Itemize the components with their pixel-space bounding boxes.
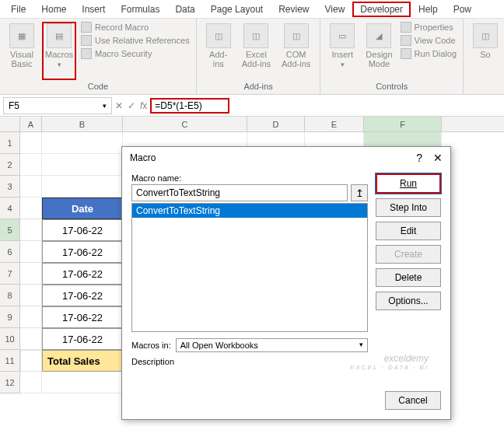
macro-list-item[interactable]: ConvertToTextString bbox=[132, 204, 367, 218]
cell[interactable] bbox=[20, 176, 42, 198]
cell[interactable] bbox=[20, 241, 42, 263]
macro-name-input[interactable] bbox=[131, 184, 348, 201]
cell[interactable] bbox=[20, 350, 42, 372]
row-header-2[interactable]: 2 bbox=[0, 154, 20, 176]
col-header-a[interactable]: A bbox=[20, 117, 42, 131]
tab-view[interactable]: View bbox=[317, 2, 353, 17]
row-header-3[interactable]: 3 bbox=[0, 176, 20, 198]
row-header-9[interactable]: 9 bbox=[0, 306, 20, 328]
delete-button[interactable]: Delete bbox=[376, 268, 441, 287]
cell[interactable] bbox=[20, 372, 42, 393]
cell-date[interactable]: 17-06-22 bbox=[42, 219, 123, 241]
row-header-11[interactable]: 11 bbox=[0, 350, 20, 372]
tab-help[interactable]: Help bbox=[411, 2, 446, 17]
header-date[interactable]: Date bbox=[42, 198, 123, 219]
formula-input[interactable] bbox=[155, 100, 225, 111]
macro-security-button[interactable]: Macro Security bbox=[81, 48, 190, 59]
cell[interactable] bbox=[20, 154, 42, 176]
col-header-f[interactable]: F bbox=[364, 117, 442, 131]
cell[interactable] bbox=[42, 372, 123, 393]
row-header-1[interactable]: 1 bbox=[0, 132, 20, 154]
macros-in-select[interactable]: All Open Workbooks▾ bbox=[176, 338, 368, 352]
tab-review[interactable]: Review bbox=[271, 2, 317, 17]
tab-formulas[interactable]: Formulas bbox=[113, 2, 167, 17]
cell-date[interactable]: 17-06-22 bbox=[42, 285, 123, 306]
cancel-button[interactable]: Cancel bbox=[385, 391, 441, 410]
group-code: ▦ Visual Basic ▤ Macros ▾ Record Macro U… bbox=[0, 19, 197, 94]
design-mode-label: Design Mode bbox=[366, 50, 392, 68]
close-icon[interactable]: ✕ bbox=[433, 152, 443, 164]
tab-developer[interactable]: Developer bbox=[352, 2, 411, 17]
run-button[interactable]: Run bbox=[376, 173, 441, 194]
row-header-8[interactable]: 8 bbox=[0, 285, 20, 306]
create-button[interactable]: Create bbox=[376, 245, 441, 264]
cancel-icon[interactable]: ✕ bbox=[115, 100, 123, 111]
cell[interactable] bbox=[20, 198, 42, 219]
cell-date[interactable]: 17-06-22 bbox=[42, 328, 123, 350]
view-code-label: View Code bbox=[415, 36, 456, 45]
col-header-b[interactable]: B bbox=[42, 117, 123, 131]
chevron-down-icon[interactable]: ▾ bbox=[103, 102, 107, 110]
dialog-titlebar[interactable]: Macro ? ✕ bbox=[122, 147, 450, 169]
cell[interactable] bbox=[42, 154, 123, 176]
help-icon[interactable]: ? bbox=[416, 152, 422, 164]
view-code-button[interactable]: View Code bbox=[401, 35, 457, 46]
relative-refs-button[interactable]: Use Relative References bbox=[81, 35, 190, 46]
tab-file[interactable]: File bbox=[3, 2, 33, 17]
edit-button[interactable]: Edit bbox=[376, 222, 441, 240]
row-header-5[interactable]: 5 bbox=[0, 219, 20, 241]
excel-addins-button[interactable]: ◫Excel Add-ins bbox=[239, 22, 274, 80]
fx-icon[interactable]: fx bbox=[140, 100, 147, 111]
cell[interactable] bbox=[20, 306, 42, 328]
row-header-12[interactable]: 12 bbox=[0, 372, 20, 393]
com-addins-button[interactable]: ◫COM Add-ins bbox=[278, 22, 313, 80]
cell[interactable] bbox=[20, 132, 42, 154]
cell[interactable] bbox=[20, 328, 42, 350]
macro-name-collapse-button[interactable]: ↥ bbox=[351, 184, 368, 201]
col-header-e[interactable]: E bbox=[305, 117, 364, 131]
col-header-c[interactable]: C bbox=[123, 117, 247, 131]
select-all[interactable] bbox=[0, 117, 20, 131]
so-icon: ◫ bbox=[473, 23, 498, 48]
row-header-6[interactable]: 6 bbox=[0, 241, 20, 263]
row-headers: 1 2 3 4 5 6 7 8 9 10 11 12 bbox=[0, 132, 20, 393]
col-header-d[interactable]: D bbox=[247, 117, 305, 131]
visual-basic-button[interactable]: ▦ Visual Basic bbox=[6, 22, 37, 80]
macro-list[interactable]: ConvertToTextString bbox=[131, 203, 368, 332]
insert-control-label: Insert bbox=[332, 50, 354, 59]
tab-pow[interactable]: Pow bbox=[446, 2, 479, 17]
options-button[interactable]: Options... bbox=[376, 292, 441, 310]
cell[interactable] bbox=[42, 176, 123, 198]
relative-refs-label: Use Relative References bbox=[95, 36, 190, 45]
cell-date[interactable]: 17-06-22 bbox=[42, 306, 123, 328]
record-macro-button[interactable]: Record Macro bbox=[81, 22, 190, 33]
name-box[interactable]: F5▾ bbox=[3, 97, 112, 114]
group-code-label: Code bbox=[6, 80, 190, 93]
properties-button[interactable]: Properties bbox=[401, 22, 457, 33]
tab-data[interactable]: Data bbox=[167, 2, 202, 17]
ribbon: ▦ Visual Basic ▤ Macros ▾ Record Macro U… bbox=[0, 19, 504, 95]
so-button[interactable]: ◫So bbox=[470, 22, 501, 93]
tab-home[interactable]: Home bbox=[33, 2, 74, 17]
run-dialog-button[interactable]: Run Dialog bbox=[401, 48, 457, 59]
accept-icon[interactable]: ✓ bbox=[128, 100, 135, 111]
addins-button[interactable]: ◫Add- ins bbox=[203, 22, 234, 80]
properties-label: Properties bbox=[415, 23, 453, 32]
design-mode-button[interactable]: ◢Design Mode bbox=[362, 22, 395, 80]
step-into-button[interactable]: Step Into bbox=[376, 198, 441, 217]
row-header-10[interactable]: 10 bbox=[0, 328, 20, 350]
insert-control-button[interactable]: ▭Insert▾ bbox=[327, 22, 358, 80]
cell-total-label[interactable]: Total Sales bbox=[42, 350, 123, 372]
cell[interactable] bbox=[42, 132, 123, 154]
tab-page-layout[interactable]: Page Layout bbox=[203, 2, 271, 17]
tab-insert[interactable]: Insert bbox=[74, 2, 113, 17]
cell-date[interactable]: 17-06-22 bbox=[42, 241, 123, 263]
row-header-7[interactable]: 7 bbox=[0, 263, 20, 285]
cell[interactable] bbox=[20, 263, 42, 285]
macros-button[interactable]: ▤ Macros ▾ bbox=[42, 22, 76, 80]
warning-icon bbox=[81, 48, 92, 59]
cell[interactable] bbox=[20, 285, 42, 306]
cell[interactable] bbox=[20, 219, 42, 241]
cell-date[interactable]: 17-06-22 bbox=[42, 263, 123, 285]
row-header-4[interactable]: 4 bbox=[0, 198, 20, 219]
